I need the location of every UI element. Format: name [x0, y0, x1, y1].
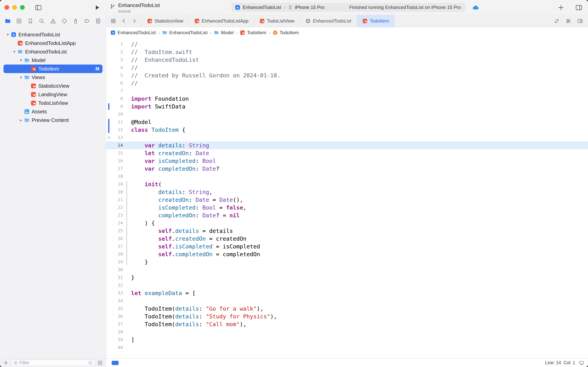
filter-input[interactable] [19, 360, 86, 366]
project-navigator-icon[interactable] [5, 18, 11, 24]
line-number[interactable]: 2 [111, 48, 123, 56]
code-line[interactable]: 35 TodoItem(details: "Go for a walk"), [106, 305, 588, 313]
tab-enhancedtodolistapp[interactable]: EnhancedTodoListApp [189, 15, 254, 27]
line-number[interactable]: 20 [111, 188, 123, 196]
test-navigator-icon[interactable] [61, 18, 67, 24]
tab-enhancedtodolist[interactable]: EnhancedTodoList [300, 15, 357, 27]
code-line[interactable]: 30 [106, 266, 588, 274]
line-number[interactable]: 18 [111, 173, 123, 180]
breakpoint-navigator-icon[interactable] [84, 18, 90, 24]
line-number[interactable]: 30 [111, 266, 123, 274]
line-number[interactable]: 31 [111, 274, 123, 282]
code-line[interactable]: 2// TodoItem.swift [106, 48, 588, 56]
close-window-button[interactable] [4, 5, 9, 10]
line-number[interactable]: 13 [111, 134, 123, 142]
line-number[interactable]: 1 [111, 41, 123, 48]
line-number[interactable]: 27 [111, 242, 123, 250]
code-line[interactable]: 18 [106, 173, 588, 180]
code-line[interactable]: 29 } [106, 258, 588, 266]
code-line[interactable]: 23 completedOn: Date? = nil [106, 211, 588, 219]
tab-statisticsview[interactable]: StatisticsView [142, 15, 189, 27]
code-line[interactable]: 31} [106, 274, 588, 282]
code-line[interactable]: 33let exampleData = [ [106, 289, 588, 297]
code-line[interactable]: 12class TodoItem { [106, 126, 588, 134]
inspector-toggle-button[interactable] [575, 4, 583, 11]
code-line[interactable]: 38 [106, 328, 588, 336]
line-number[interactable]: 38 [111, 328, 123, 336]
tab-todoitem[interactable]: TodoItem [357, 15, 395, 27]
display-icon[interactable] [579, 360, 584, 366]
line-number[interactable]: 32 [111, 282, 123, 289]
line-number[interactable]: 3 [111, 56, 123, 64]
tree-item-todoitem[interactable]: TodoItemM [3, 65, 102, 73]
code-line[interactable]: 27 self.isCompleted = isCompleted [106, 242, 588, 250]
breadcrumb-item[interactable]: CTodoItem [273, 30, 299, 35]
line-number[interactable]: 6 [111, 79, 123, 87]
code-line[interactable]: 21 createdOn: Date = Date(), [106, 196, 588, 204]
code-line[interactable]: 28 self.completedOn = completedOn [106, 250, 588, 258]
line-number[interactable]: 40 [111, 344, 123, 351]
line-number[interactable]: 25 [111, 227, 123, 235]
code-line[interactable]: 9import SwiftData [106, 103, 588, 110]
tree-item-enhancedtodolist[interactable]: ▾EnhancedTodoList [3, 47, 102, 56]
add-editor-icon[interactable] [577, 18, 583, 24]
line-number[interactable]: 17 [111, 165, 123, 173]
code-line[interactable]: 13 [106, 134, 588, 142]
line-number[interactable]: 37 [111, 320, 123, 328]
run-destination[interactable]: iPhone 15 Pro [295, 5, 324, 10]
minimize-window-button[interactable] [12, 5, 17, 10]
tree-item-enhancedtodolist[interactable]: ▾AEnhancedTodoList [3, 30, 102, 39]
line-number[interactable]: 14 [111, 142, 123, 149]
find-navigator-icon[interactable] [39, 18, 45, 24]
line-number[interactable]: 7 [111, 87, 123, 95]
code-line[interactable]: 10 [106, 110, 588, 118]
breadcrumb-item[interactable]: AEnhancedTodoList [110, 30, 156, 35]
tree-item-assets[interactable]: Assets [3, 107, 102, 116]
line-number[interactable]: 21 [111, 196, 123, 204]
code-line[interactable]: 32 [106, 282, 588, 289]
disclosure-chevron-icon[interactable]: ▸ [18, 118, 24, 123]
source-control-navigator-icon[interactable] [16, 18, 22, 24]
line-number[interactable]: 22 [111, 204, 123, 211]
bookmark-navigator-icon[interactable] [27, 18, 34, 24]
code-line[interactable]: 16 var isCompleted: Bool [106, 157, 588, 165]
line-number[interactable]: 11 [111, 118, 123, 126]
line-number[interactable]: 39 [111, 336, 123, 344]
add-item-button[interactable] [3, 360, 8, 366]
code-line[interactable]: 40 [106, 344, 588, 351]
line-number[interactable]: 35 [111, 305, 123, 313]
line-number[interactable]: 8 [111, 95, 123, 103]
line-number[interactable]: 16 [111, 157, 123, 165]
go-back-icon[interactable] [121, 18, 127, 24]
disclosure-chevron-icon[interactable]: ▾ [11, 49, 17, 54]
sourcecontrol-status-button[interactable] [97, 360, 103, 366]
breadcrumb-item[interactable]: EnhancedTodoList [162, 30, 208, 35]
code-line[interactable]: 39] [106, 336, 588, 344]
code-line[interactable]: 1// [106, 41, 588, 48]
line-number[interactable]: 29 [111, 258, 123, 266]
line-number[interactable]: 33 [111, 289, 123, 297]
code-line[interactable]: 34 [106, 297, 588, 305]
line-number[interactable]: 5 [111, 72, 123, 79]
issue-navigator-icon[interactable] [50, 18, 56, 24]
code-line[interactable]: 22 isCompleted: Bool = false, [106, 204, 588, 211]
code-line[interactable]: 5// Created by Russell Gordon on 2024-01… [106, 72, 588, 79]
tab-todolistview[interactable]: TodoListView [254, 15, 300, 27]
code-line[interactable]: 36 TodoItem(details: "Study for Physics"… [106, 313, 588, 320]
line-number[interactable]: 34 [111, 297, 123, 305]
code-line[interactable]: 4// [106, 64, 588, 72]
code-line[interactable]: 14 var details: String [106, 142, 588, 149]
tree-item-todolistview[interactable]: TodoListView [3, 99, 102, 107]
disclosure-chevron-icon[interactable]: ▾ [5, 32, 11, 37]
activity-view[interactable]: A EnhancedTodoList › iPhone 15 Pro Finis… [231, 3, 465, 12]
breadcrumb-item[interactable]: TodoItem [240, 30, 266, 35]
tree-item-enhancedtodolistapp[interactable]: EnhancedTodoListApp [3, 39, 102, 47]
code-line[interactable]: 11@Model [106, 118, 588, 126]
line-number[interactable]: 36 [111, 313, 123, 320]
code-line[interactable]: 37 TodoItem(details: "Call mom"), [106, 320, 588, 328]
related-items-icon[interactable] [110, 18, 116, 24]
line-number[interactable]: 9 [111, 103, 123, 110]
code-line[interactable]: 15 let createdOn: Date [106, 149, 588, 157]
line-number[interactable]: 26 [111, 235, 123, 242]
tree-item-landingview[interactable]: LandingView [3, 90, 102, 99]
